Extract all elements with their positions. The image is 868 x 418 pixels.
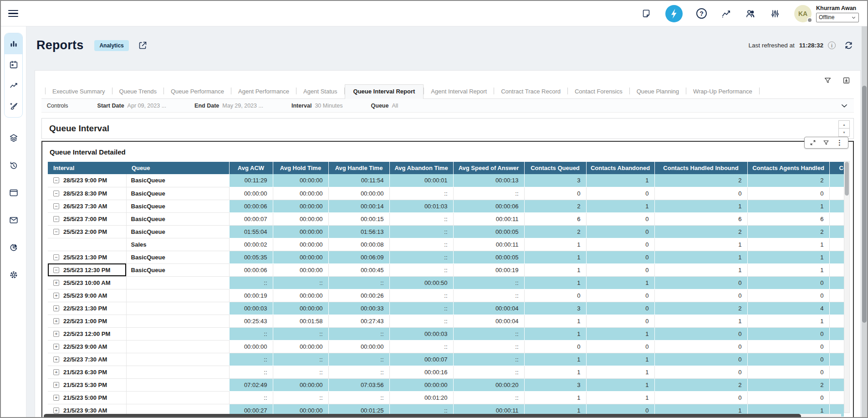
interval-cell[interactable]: −26/5/23 7:30 AM — [48, 200, 126, 212]
metric-cell[interactable] — [829, 212, 844, 225]
metric-cell[interactable] — [829, 315, 844, 327]
metric-cell[interactable]: 00:00:00 — [273, 225, 328, 238]
metric-cell[interactable]: 00:00:00 — [273, 302, 328, 315]
metric-cell[interactable]: :: — [328, 353, 389, 366]
metric-cell[interactable] — [829, 378, 844, 391]
funnel-icon[interactable] — [823, 139, 829, 146]
metric-cell[interactable]: 00:11:54 — [328, 174, 389, 187]
queue-cell[interactable] — [126, 289, 229, 302]
tab-queue-performance[interactable]: Queue Performance — [164, 85, 231, 98]
metric-cell[interactable]: :: — [389, 289, 453, 302]
metric-cell[interactable]: 00:00:00 — [328, 187, 389, 200]
column-header-avg-abandon-time[interactable]: Avg Abandon Time — [389, 162, 453, 174]
expand-icon[interactable]: + — [53, 408, 59, 413]
interval-cell[interactable]: +22/5/23 1:30 PM — [48, 302, 126, 315]
metric-cell[interactable]: 1 — [747, 200, 829, 212]
metric-cell[interactable]: 00:00:00 — [273, 289, 328, 302]
metric-cell[interactable]: 00:00:00 — [273, 251, 328, 263]
interval-cell[interactable]: +22/5/23 7:30 AM — [48, 353, 126, 366]
metric-cell[interactable] — [829, 263, 844, 276]
metric-cell[interactable]: 0 — [747, 340, 829, 353]
expand-icon[interactable]: + — [53, 369, 59, 375]
metric-cell[interactable]: :: — [273, 276, 328, 289]
tab-queue-interval-report[interactable]: Queue Interval Report — [345, 84, 424, 99]
metric-cell[interactable]: 6 — [524, 212, 586, 225]
metric-cell[interactable] — [829, 353, 844, 366]
interval-cell[interactable]: −25/5/23 1:30 PM — [48, 251, 126, 263]
collapse-icon[interactable]: − — [53, 267, 59, 273]
metric-cell[interactable]: 1 — [586, 366, 654, 378]
control-end-date[interactable]: End DateMay 29, 2023 ... — [194, 103, 263, 109]
metric-cell[interactable]: :: — [229, 276, 273, 289]
metric-cell[interactable]: 00:00:00 — [328, 340, 389, 353]
spinner-up-button[interactable]: ▲ — [838, 120, 850, 129]
sidebar-item-window[interactable] — [5, 182, 23, 203]
metric-cell[interactable]: 3 — [524, 174, 586, 187]
info-icon[interactable]: i — [828, 41, 836, 49]
column-header-avg-acw[interactable]: Avg ACW — [229, 162, 273, 174]
lightning-bolt-icon[interactable] — [665, 5, 683, 22]
queue-cell[interactable]: BasicQueue — [126, 200, 229, 212]
metric-cell[interactable]: :: — [229, 327, 273, 340]
column-header-interval[interactable]: Interval — [48, 162, 126, 174]
metric-cell[interactable]: 1 — [654, 263, 747, 276]
metric-cell[interactable] — [829, 225, 844, 238]
metric-cell[interactable]: :: — [453, 276, 524, 289]
expand-icon[interactable]: + — [53, 395, 59, 401]
metric-cell[interactable]: 2 — [654, 302, 747, 315]
metric-cell[interactable]: :: — [389, 340, 453, 353]
column-header-queue[interactable]: Queue — [126, 162, 229, 174]
tab-agent-status[interactable]: Agent Status — [296, 85, 344, 98]
queue-cell[interactable]: BasicQueue — [126, 225, 229, 238]
metric-cell[interactable]: 0 — [586, 212, 654, 225]
metric-cell[interactable]: :: — [229, 366, 273, 378]
metric-cell[interactable]: 0 — [524, 289, 586, 302]
metric-cell[interactable]: 00:01:20 — [389, 391, 453, 404]
metric-cell[interactable]: :: — [453, 353, 524, 366]
line-chart-icon[interactable] — [720, 8, 731, 19]
expand-icon[interactable]: + — [53, 318, 59, 324]
collapse-icon[interactable]: − — [53, 229, 59, 235]
metric-cell[interactable]: 1 — [586, 327, 654, 340]
metric-cell[interactable]: 0 — [586, 340, 654, 353]
metric-cell[interactable]: 1 — [586, 353, 654, 366]
tab-queue-trends[interactable]: Queue Trends — [112, 85, 163, 98]
scrollbar-thumb[interactable] — [845, 162, 849, 196]
collapse-icon[interactable]: − — [53, 203, 59, 209]
metric-cell[interactable]: 0 — [654, 276, 747, 289]
metric-cell[interactable]: 2 — [747, 378, 829, 391]
external-link-icon[interactable] — [138, 41, 148, 50]
interval-cell[interactable]: +25/5/23 10:00 AM — [48, 276, 126, 289]
metric-cell[interactable]: 0 — [654, 391, 747, 404]
metric-cell[interactable]: 00:00:50 — [389, 276, 453, 289]
sidebar-item-settings[interactable] — [5, 264, 23, 285]
metric-cell[interactable]: 00:00:04 — [453, 315, 524, 327]
help-icon[interactable]: ? — [696, 8, 707, 19]
metric-cell[interactable]: 00:00:33 — [328, 302, 389, 315]
sidebar-item-reports[interactable] — [5, 33, 22, 54]
metric-cell[interactable]: 2 — [654, 225, 747, 238]
metric-cell[interactable]: 0 — [747, 276, 829, 289]
queue-cell[interactable] — [126, 378, 229, 391]
metric-cell[interactable]: 00:00:05 — [453, 251, 524, 263]
metric-cell[interactable]: 0 — [747, 289, 829, 302]
metric-cell[interactable]: 0 — [524, 340, 586, 353]
metric-cell[interactable]: 00:00:06 — [229, 263, 273, 276]
metric-cell[interactable]: 0 — [586, 238, 654, 251]
control-queue[interactable]: QueueAll — [371, 103, 398, 109]
metric-cell[interactable]: 0 — [524, 187, 586, 200]
column-header-co[interactable]: Co — [829, 162, 844, 174]
metric-cell[interactable]: 0 — [747, 366, 829, 378]
metric-cell[interactable]: 00:05:35 — [229, 251, 273, 263]
metric-cell[interactable]: 1 — [654, 238, 747, 251]
metric-cell[interactable]: 2 — [747, 225, 829, 238]
expand-icon[interactable]: + — [53, 382, 59, 388]
metric-cell[interactable]: 00:00:00 — [273, 340, 328, 353]
metric-cell[interactable]: :: — [328, 276, 389, 289]
queue-cell[interactable] — [126, 302, 229, 315]
metric-cell[interactable]: 0 — [586, 302, 654, 315]
metric-cell[interactable]: 00:00:00 — [273, 187, 328, 200]
metric-cell[interactable]: 1 — [586, 174, 654, 187]
metric-cell[interactable]: 07:03:56 — [328, 378, 389, 391]
metric-cell[interactable]: 00:25:43 — [229, 315, 273, 327]
